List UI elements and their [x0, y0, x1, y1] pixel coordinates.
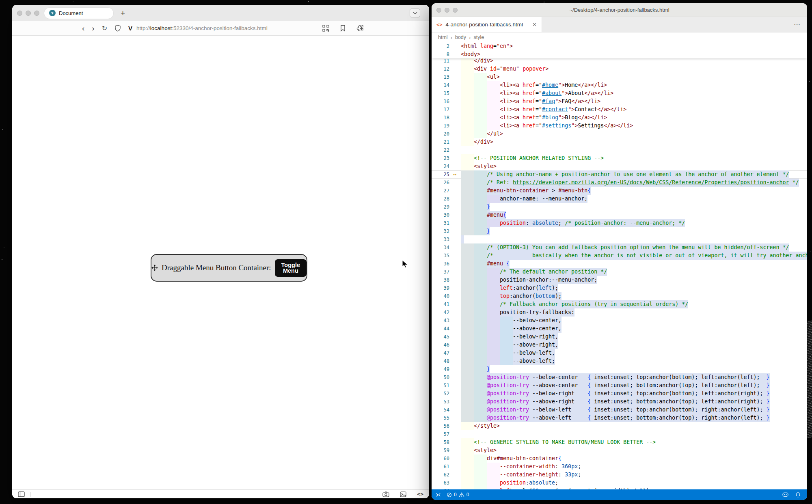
code-line[interactable]: 15<li><a href="#about">About</a></li> — [432, 89, 807, 97]
code-line[interactable]: 58<!-- GENERIC STYLING TO MAKE BUTTON/ME… — [432, 438, 807, 446]
code-line[interactable]: 33 — [432, 235, 807, 243]
breadcrumb[interactable]: html› body› style — [432, 32, 807, 42]
code-line[interactable]: 42position-try-fallbacks: — [432, 308, 807, 317]
code-line[interactable]: 59<style> — [432, 446, 807, 454]
line-number: 29 — [432, 203, 449, 211]
chevron-right-icon: › — [451, 34, 452, 41]
code-line[interactable]: 53@position-try --above-right { inset:un… — [432, 398, 807, 406]
qr-code-icon[interactable] — [322, 25, 329, 32]
back-button[interactable]: ‹ — [82, 24, 84, 32]
images-toggle-icon[interactable] — [400, 491, 406, 497]
shield-icon[interactable] — [114, 25, 121, 32]
breadcrumb-item[interactable]: html — [438, 34, 448, 40]
breadcrumb-item[interactable]: style — [473, 34, 484, 40]
code-line[interactable]: 34/* (OPTION-3) You can add fallback pos… — [432, 243, 807, 252]
close-window-icon[interactable] — [17, 11, 22, 16]
code-line[interactable]: 39left:anchor(left); — [432, 284, 807, 292]
copilot-icon[interactable] — [782, 492, 789, 498]
toggle-menu-button[interactable]: Toggle Menu — [275, 259, 307, 277]
browser-tab[interactable]: Document — [44, 8, 113, 19]
code-line[interactable]: 63position:absolute; — [432, 479, 807, 487]
code-line[interactable]: 18<li><a href="#blog">Blog</a></li> — [432, 114, 807, 122]
code-line[interactable]: 50@position-try --below-center { inset:u… — [432, 373, 807, 381]
code-line[interactable]: 57 — [432, 430, 807, 438]
sticky-scroll[interactable]: 2<html lang="en">8<body> — [432, 42, 807, 58]
code-lines: 11</div>12<div id="menu" popover>13<ul>1… — [432, 57, 807, 489]
code-line[interactable]: 41/* Fallback anchor positions (try in s… — [432, 300, 807, 308]
zoom-window-icon[interactable] — [34, 11, 39, 16]
code-line[interactable]: 25✦✦/* Using anchor-name + position-anch… — [432, 170, 807, 179]
reload-button[interactable]: ↻ — [102, 25, 107, 32]
code-line[interactable]: 62--container-height: 33px; — [432, 471, 807, 479]
code-line[interactable]: 36#menu { — [432, 260, 807, 268]
code-line[interactable]: 19<li><a href="#settings">Settings</a></… — [432, 122, 807, 130]
close-tab-icon[interactable]: ✕ — [532, 22, 537, 28]
code-line[interactable]: 55@position-try --above-left { inset:uns… — [432, 414, 807, 422]
problems-indicator[interactable]: 0 0 — [447, 492, 469, 498]
code-area[interactable]: 11</div>12<div id="menu" popover>13<ul>1… — [432, 42, 807, 489]
address-bar[interactable]: http://localhost:52330/4-anchor-position… — [136, 25, 268, 31]
capture-page-icon[interactable] — [382, 491, 389, 497]
line-number: 62 — [432, 471, 449, 479]
code-line[interactable]: 27#menu-btn-container > #menu-btn{ — [432, 187, 807, 195]
code-line[interactable]: 20</ul> — [432, 130, 807, 138]
code-line[interactable]: 54@position-try --below-left { inset:uns… — [432, 406, 807, 414]
code-line[interactable]: 40top:anchor(bottom); — [432, 292, 807, 300]
copilot-sparkle-icon[interactable]: ✦✦ — [453, 170, 456, 179]
code-line[interactable]: 13<ul> — [432, 73, 807, 81]
code-line[interactable]: 35/* basically when the anchor is not vi… — [432, 252, 807, 260]
panel-toggle-icon[interactable] — [18, 491, 25, 497]
code-line[interactable]: 17<li><a href="#contact">Contact</a></li… — [432, 106, 807, 114]
code-line[interactable]: 43--below-center, — [432, 317, 807, 325]
code-line[interactable]: 45--below-right, — [432, 333, 807, 341]
window-controls[interactable] — [17, 11, 39, 16]
code-line[interactable]: 46--above-right, — [432, 341, 807, 349]
code-line[interactable]: 21</div> — [432, 138, 807, 146]
editor-tab-label: 4-anchor-position-fallbacks.html — [445, 22, 523, 28]
new-tab-button[interactable]: + — [121, 9, 125, 17]
line-number: 51 — [432, 381, 449, 390]
code-line[interactable]: 14<li><a href="#home">Home</a></li> — [432, 81, 807, 89]
code-line[interactable]: 61--container-width: 360px; — [432, 463, 807, 471]
code-line[interactable]: 28anchor-name: --menu-anchor; — [432, 195, 807, 203]
code-line[interactable]: 31position: absolute; /* position-anchor… — [432, 219, 807, 227]
site-badge-icon[interactable]: V — [128, 25, 132, 31]
tab-dropdown-button[interactable] — [410, 9, 420, 17]
code-line[interactable]: 52@position-try --below-right { inset:un… — [432, 390, 807, 398]
code-line[interactable]: 48--above-left; — [432, 357, 807, 365]
editor-body: 11</div>12<div id="menu" popover>13<ul>1… — [432, 42, 807, 489]
notifications-bell-icon[interactable] — [795, 492, 801, 498]
line-number: 8 — [432, 50, 449, 58]
code-line[interactable]: 23<!-- POSITION ANCHOR RELATED STYLING -… — [432, 154, 807, 162]
code-line[interactable]: 30#menu{ — [432, 211, 807, 219]
minimize-window-icon[interactable] — [26, 11, 31, 16]
menu-button-container[interactable]: Draggable Menu Button Container: Toggle … — [151, 254, 307, 282]
page-actions-icon[interactable]: <> — [417, 491, 423, 497]
code-line[interactable]: 12<div id="menu" popover> — [432, 65, 807, 73]
url-scheme: http:// — [136, 25, 150, 31]
code-line[interactable]: 2<html lang="en"> — [432, 42, 807, 50]
code-line[interactable]: 24<style> — [432, 162, 807, 170]
code-line[interactable]: 49} — [432, 365, 807, 373]
code-line[interactable]: 37/* The default anchor position */ — [432, 268, 807, 276]
breadcrumb-item[interactable]: body — [455, 34, 466, 40]
code-line[interactable]: 38position-anchor:--menu-anchor; — [432, 276, 807, 284]
code-line[interactable]: 22 — [432, 146, 807, 154]
more-actions-icon[interactable]: ⋯ — [794, 17, 801, 32]
code-line[interactable]: 60div#menu-btn-container{ — [432, 454, 807, 463]
code-line[interactable]: 16<li><a href="#faq">FAQ</a></li> — [432, 97, 807, 106]
code-line[interactable]: 8<body> — [432, 50, 807, 58]
bookmark-icon[interactable] — [340, 25, 346, 32]
editor-tab[interactable]: <> 4-anchor-position-fallbacks.html ✕ — [432, 17, 542, 32]
code-line[interactable]: 47--below-left, — [432, 349, 807, 357]
forward-button[interactable]: › — [92, 24, 94, 32]
code-line[interactable]: 56</style> — [432, 422, 807, 430]
code-line[interactable]: 26/* Ref: https://developer.mozilla.org/… — [432, 179, 807, 187]
extensions-puzzle-icon[interactable] — [356, 24, 364, 32]
code-line[interactable]: 44--above-center, — [432, 325, 807, 333]
code-line[interactable]: 32} — [432, 227, 807, 235]
line-number: 63 — [432, 479, 449, 487]
code-line[interactable]: 29} — [432, 203, 807, 211]
code-line[interactable]: 51@position-try --above-center { inset:u… — [432, 381, 807, 390]
remote-indicator[interactable] — [436, 492, 441, 498]
